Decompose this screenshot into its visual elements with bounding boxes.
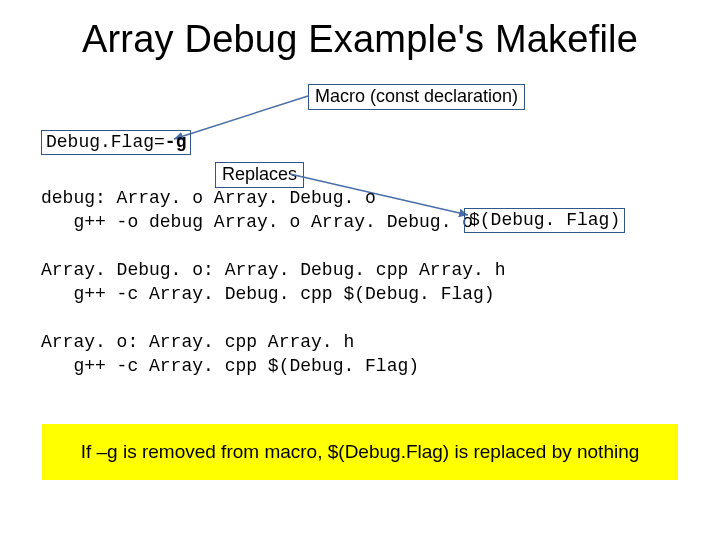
slide-title: Array Debug Example's Makefile [0,18,720,61]
code-line: g++ -o debug Array. o Array. Debug. o [41,212,473,232]
code-line: debug: Array. o Array. Debug. o [41,188,376,208]
debug-flag-usage-box: $(Debug. Flag) [464,208,625,233]
code-line: Array. o: Array. cpp Array. h [41,332,354,352]
code-line: g++ -c Array. Debug. cpp $(Debug. Flag) [41,284,495,304]
code-block-debug: debug: Array. o Array. Debug. o g++ -o d… [41,186,473,234]
highlight-note: If –g is removed from macro, $(Debug.Fla… [42,424,678,480]
code-line: g++ -c Array. cpp $(Debug. Flag) [41,356,419,376]
callout-replaces: Replaces [215,162,304,188]
svg-line-0 [174,96,308,139]
code-block-array-o: Array. o: Array. cpp Array. h g++ -c Arr… [41,330,419,378]
code-block-array-debug-o: Array. Debug. o: Array. Debug. cpp Array… [41,258,505,306]
callout-macro: Macro (const declaration) [308,84,525,110]
slide: Array Debug Example's Makefile Macro (co… [0,0,720,540]
flag-name: Debug.Flag= [46,132,165,152]
highlight-note-text: If –g is removed from macro, $(Debug.Fla… [81,441,640,463]
code-line: Array. Debug. o: Array. Debug. cpp Array… [41,260,505,280]
flag-value: -g [165,132,187,152]
flag-definition-box: Debug.Flag=-g [41,130,191,155]
